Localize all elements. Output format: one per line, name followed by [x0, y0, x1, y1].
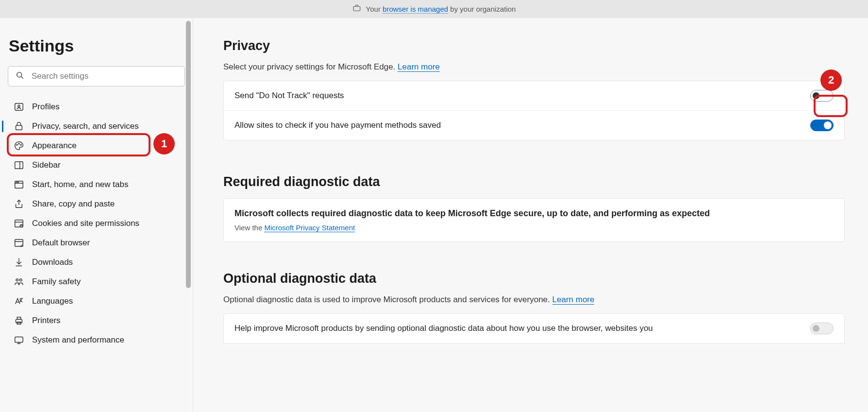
sidebar-item-label: Default browser — [32, 238, 90, 248]
optional-diag-label: Help improve Microsoft products by sendi… — [234, 324, 653, 333]
search-input[interactable] — [31, 71, 178, 82]
sidebar-item-languages[interactable]: Languages — [8, 292, 185, 311]
payment-label: Allow sites to check if you have payment… — [234, 120, 441, 130]
svg-point-6 — [17, 144, 17, 145]
svg-rect-9 — [15, 162, 23, 169]
svg-point-13 — [16, 182, 17, 183]
svg-point-8 — [20, 144, 21, 145]
share-icon — [14, 199, 24, 209]
required-diag-heading: Required diagnostic data — [223, 174, 845, 189]
required-diag-title: Microsoft collects required diagnostic d… — [234, 208, 834, 219]
privacy-statement-link[interactable]: Microsoft Privacy Statement — [264, 223, 355, 232]
sidebar-item-label: Languages — [32, 296, 73, 306]
dnt-row: Send "Do Not Track" requests — [224, 81, 844, 110]
svg-point-15 — [18, 182, 19, 183]
sidebar-item-cookies[interactable]: Cookies and site permissions — [8, 214, 185, 233]
payment-toggle[interactable] — [810, 120, 834, 131]
sidebar-item-label: System and performance — [32, 335, 124, 345]
sidebar-item-privacy[interactable]: Privacy, search, and services — [8, 117, 185, 136]
optional-diag-heading: Optional diagnostic data — [223, 271, 845, 286]
settings-sidebar: Settings Profiles Privacy, search, and s… — [0, 18, 193, 412]
appearance-icon — [14, 140, 24, 151]
sidebar-item-share[interactable]: Share, copy and paste — [8, 194, 185, 214]
downloads-icon — [14, 257, 24, 268]
optional-diag-row: Help improve Microsoft products by sendi… — [223, 313, 845, 343]
settings-title: Settings — [9, 36, 185, 55]
privacy-subtitle: Select your privacy settings for Microso… — [223, 62, 845, 72]
sidebar-scrollbar[interactable] — [186, 21, 191, 288]
printers-icon — [14, 315, 24, 326]
sidebar-icon — [14, 160, 24, 171]
sidebar-item-label: Sidebar — [32, 160, 61, 170]
svg-rect-26 — [17, 317, 20, 320]
svg-point-7 — [18, 143, 19, 144]
languages-icon — [14, 296, 24, 307]
search-icon — [15, 70, 25, 82]
optional-learn-more-link[interactable]: Learn more — [552, 295, 595, 305]
privacy-learn-more-link[interactable]: Learn more — [398, 62, 440, 72]
payment-row: Allow sites to check if you have payment… — [224, 110, 844, 140]
svg-rect-5 — [16, 125, 22, 130]
sidebar-item-sidebar[interactable]: Sidebar — [8, 155, 185, 175]
briefcase-icon — [352, 4, 361, 14]
lock-icon — [14, 121, 24, 132]
sidebar-item-label: Printers — [32, 316, 61, 326]
sidebar-item-label: Start, home, and new tabs — [32, 180, 128, 189]
managed-text: Your browser is managed by your organiza… — [366, 5, 516, 13]
start-icon — [14, 179, 24, 190]
sidebar-item-family[interactable]: Family safety — [8, 272, 185, 292]
svg-point-23 — [19, 279, 22, 281]
default-browser-icon — [14, 238, 24, 248]
svg-rect-25 — [16, 319, 22, 323]
managed-banner: Your browser is managed by your organiza… — [0, 0, 868, 18]
svg-point-14 — [17, 182, 17, 183]
sidebar-item-default-browser[interactable]: Default browser — [8, 233, 185, 253]
settings-content: Privacy Select your privacy settings for… — [193, 18, 868, 412]
svg-line-2 — [21, 77, 23, 79]
cookies-icon — [14, 218, 24, 229]
sidebar-item-label: Family safety — [32, 277, 81, 287]
dnt-label: Send "Do Not Track" requests — [234, 91, 344, 101]
browser-managed-link[interactable]: browser is managed — [383, 5, 448, 14]
system-icon — [14, 335, 24, 345]
sidebar-item-downloads[interactable]: Downloads — [8, 253, 185, 272]
sidebar-item-appearance[interactable]: Appearance — [8, 136, 185, 155]
sidebar-item-label: Cookies and site permissions — [32, 219, 139, 228]
sidebar-item-profiles[interactable]: Profiles — [8, 97, 185, 117]
required-diag-sub: View the Microsoft Privacy Statement — [234, 223, 834, 232]
dnt-toggle[interactable] — [810, 90, 834, 102]
family-icon — [14, 276, 24, 287]
sidebar-item-label: Share, copy and paste — [32, 199, 115, 209]
sidebar-item-label: Privacy, search, and services — [32, 121, 139, 131]
svg-point-4 — [18, 105, 20, 107]
svg-point-22 — [16, 279, 18, 281]
profiles-icon — [14, 102, 24, 112]
sidebar-item-start[interactable]: Start, home, and new tabs — [8, 175, 185, 194]
svg-rect-0 — [353, 6, 360, 11]
optional-diag-toggle[interactable] — [810, 323, 834, 334]
svg-rect-28 — [15, 337, 23, 343]
svg-point-1 — [17, 72, 22, 77]
sidebar-item-printers[interactable]: Printers — [8, 311, 185, 330]
sidebar-item-label: Appearance — [32, 141, 77, 151]
search-settings-field[interactable] — [8, 66, 185, 86]
optional-diag-subtitle: Optional diagnostic data is used to impr… — [223, 295, 845, 305]
required-diag-card: Microsoft collects required diagnostic d… — [223, 198, 845, 242]
sidebar-item-system[interactable]: System and performance — [8, 330, 185, 350]
sidebar-item-label: Downloads — [32, 258, 73, 267]
privacy-card: Send "Do Not Track" requests Allow sites… — [223, 81, 845, 140]
sidebar-item-label: Profiles — [32, 102, 60, 112]
privacy-heading: Privacy — [223, 38, 845, 53]
